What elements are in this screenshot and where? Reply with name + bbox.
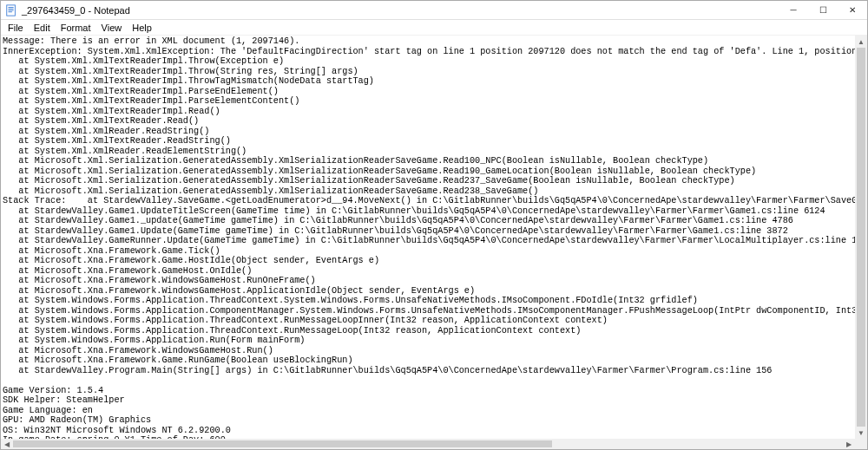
minimize-button[interactable]: ─ xyxy=(779,1,808,20)
vertical-scrollbar[interactable]: ▲ ▼ xyxy=(855,36,867,439)
hscroll-thumb[interactable] xyxy=(13,440,552,447)
notepad-icon xyxy=(4,3,18,17)
close-button[interactable]: ✕ xyxy=(838,1,867,20)
scroll-right-arrow-icon[interactable]: ▶ xyxy=(843,439,855,449)
scroll-down-arrow-icon[interactable]: ▼ xyxy=(855,427,867,439)
vscroll-thumb[interactable] xyxy=(857,48,865,427)
content-area: Message: There is an error in XML docume… xyxy=(1,36,867,449)
menubar: File Edit Format View Help xyxy=(1,20,867,36)
text-editor[interactable]: Message: There is an error in XML docume… xyxy=(1,36,855,439)
titlebar[interactable]: _297643459_0 - Notepad ─ ☐ ✕ xyxy=(1,1,867,20)
hscroll-track[interactable] xyxy=(13,439,843,449)
horizontal-scrollbar[interactable]: ◀ ▶ xyxy=(1,439,855,449)
window-title: _297643459_0 - Notepad xyxy=(22,5,130,16)
vscroll-track[interactable] xyxy=(855,48,867,427)
menu-file[interactable]: File xyxy=(3,22,29,34)
menu-edit[interactable]: Edit xyxy=(29,22,56,34)
notepad-window: _297643459_0 - Notepad ─ ☐ ✕ File Edit F… xyxy=(0,0,868,450)
maximize-button[interactable]: ☐ xyxy=(808,1,838,20)
menu-format[interactable]: Format xyxy=(56,22,96,34)
scrollbar-corner xyxy=(855,439,867,449)
menu-view[interactable]: View xyxy=(96,22,128,34)
scroll-up-arrow-icon[interactable]: ▲ xyxy=(855,36,867,48)
scroll-left-arrow-icon[interactable]: ◀ xyxy=(1,439,13,449)
menu-help[interactable]: Help xyxy=(127,22,157,34)
